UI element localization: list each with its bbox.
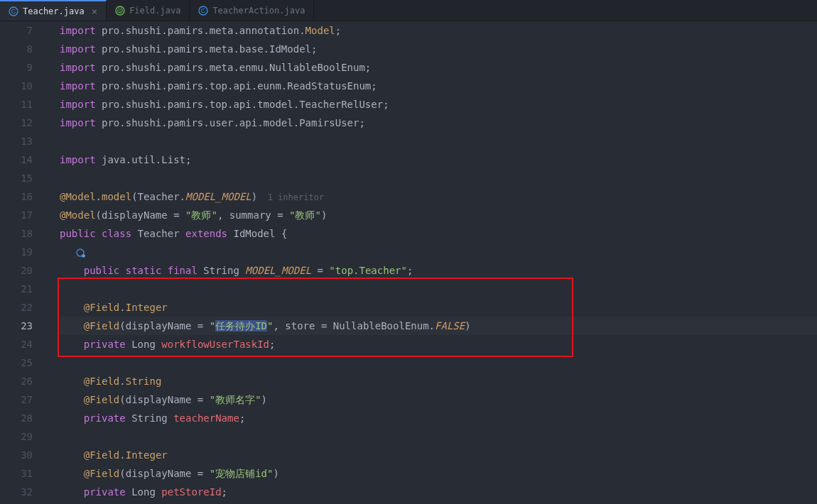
class-name: Teacher [131, 228, 185, 239]
keyword: private [84, 486, 126, 498]
code-text: ) [261, 394, 267, 405]
annotation: String [126, 376, 162, 387]
tab-label: Teacher.java [23, 6, 85, 16]
field-name: workflowUserTaskId [161, 339, 269, 350]
code-text: . [119, 449, 125, 461]
tab-label: TeacherAction.java [212, 6, 305, 16]
code-text: ; [222, 486, 227, 498]
tab-teacheraction[interactable]: C TeacherAction.java [190, 0, 314, 21]
annotation: @Field [84, 302, 120, 313]
line-number: 15 [21, 172, 33, 184]
code-text: pro.shushi.pamirs.meta.enmu.NullableBool… [96, 62, 372, 73]
tab-label: Field.java [129, 6, 180, 16]
line-number: 10 [21, 80, 33, 92]
line-number: 17 [21, 209, 33, 221]
code-text: (Teacher. [131, 191, 185, 202]
keyword: import [60, 99, 96, 110]
constant: MODEL_MODEL [245, 265, 311, 276]
line-number: 23 [21, 320, 33, 332]
annotation-fn: model [102, 191, 131, 202]
svg-text:C: C [11, 8, 16, 15]
line-number: 14 [21, 154, 33, 165]
close-icon[interactable]: × [92, 6, 97, 17]
svg-text:@: @ [117, 7, 124, 14]
type: Long [126, 486, 162, 498]
field-name: petStoreId [161, 486, 221, 498]
code-text: java.util.List; [96, 154, 192, 165]
keyword: static [126, 265, 162, 276]
line-number: 9 [27, 62, 33, 73]
line-number: 24 [21, 339, 33, 350]
constant: FALSE [435, 320, 465, 332]
code-text: IdModel { [227, 228, 287, 239]
code-text: (displayName = [96, 209, 185, 221]
inlay-hint[interactable]: 1 inheritor [257, 192, 324, 202]
code-text: ) [273, 468, 278, 479]
annotation: @Field [84, 449, 120, 461]
keyword: import [60, 43, 96, 55]
code-text: = [311, 265, 329, 276]
field-name: teacherName [173, 412, 239, 424]
annotation: @Field [84, 320, 120, 332]
line-number: 25 [21, 357, 33, 368]
code-text: . [96, 191, 102, 202]
type-ref: Model [305, 25, 335, 36]
code-text: (displayName = [119, 394, 209, 405]
code-text: ) [251, 191, 257, 202]
line-gutter: 7 8 9 10 11 12 13 14 15 16 17 18 19 20 2… [0, 21, 41, 504]
line-number: 7 [27, 25, 33, 36]
line-number: 19 [21, 246, 33, 258]
keyword: import [60, 62, 96, 73]
string-literal: "宠物店铺id" [210, 468, 274, 479]
code-text: pro.shushi.pamirs.user.api.model.PamirsU… [96, 117, 365, 128]
string-literal: " [210, 320, 215, 332]
code-text: . [119, 302, 125, 313]
code-text: , summary = [217, 209, 289, 221]
line-number: 30 [21, 449, 33, 461]
tab-bar: C Teacher.java × @ Field.java C TeacherA… [0, 0, 817, 21]
code-text: pro.shushi.pamirs.top.api.tmodel.Teacher… [96, 99, 389, 110]
code-text: ; [239, 412, 245, 424]
string-literal: "教师" [185, 209, 217, 221]
keyword: class [102, 228, 131, 239]
annotation: @Field [84, 394, 120, 405]
java-annotation-icon: @ [115, 6, 125, 16]
code-text: ) [321, 209, 327, 221]
string-literal: "top.Teacher" [329, 265, 407, 276]
code-text: (displayName = [119, 320, 209, 332]
tab-field[interactable]: @ Field.java [107, 0, 190, 21]
tab-teacher[interactable]: C Teacher.java × [0, 0, 107, 21]
line-number: 27 [21, 394, 33, 405]
java-class-icon: C [198, 6, 208, 16]
annotation: @Model [60, 209, 96, 221]
keyword: extends [185, 228, 227, 239]
line-number: 12 [21, 117, 33, 128]
annotation: @Field [84, 376, 120, 387]
code-area[interactable]: import pro.shushi.pamirs.meta.annotation… [58, 21, 817, 504]
line-number: 22 [21, 302, 33, 313]
code-text: ) [465, 320, 470, 332]
keyword: private [84, 339, 126, 350]
line-number: 20 [21, 265, 33, 276]
selected-text: 任务待办ID [215, 320, 267, 332]
line-number: 16 [21, 191, 33, 202]
java-class-icon: C [9, 6, 18, 16]
string-literal: "教师名字" [210, 394, 261, 405]
line-number: 13 [21, 136, 33, 147]
keyword: public [84, 265, 120, 276]
line-number: 21 [21, 283, 33, 295]
line-number: 18 [21, 228, 33, 239]
code-text: (displayName = [119, 468, 209, 479]
keyword: import [60, 25, 96, 36]
code-text: pro.shushi.pamirs.meta.base.IdModel; [96, 43, 318, 55]
annotation: @Field [84, 468, 120, 479]
keyword: import [60, 117, 96, 128]
type: String [126, 412, 173, 424]
type: String [198, 265, 245, 276]
keyword: import [60, 154, 96, 165]
gutter-icon-column [41, 21, 58, 504]
svg-text:C: C [201, 7, 206, 14]
annotation: @Model [60, 191, 96, 202]
line-number: 11 [21, 99, 33, 110]
line-number: 29 [21, 431, 33, 442]
